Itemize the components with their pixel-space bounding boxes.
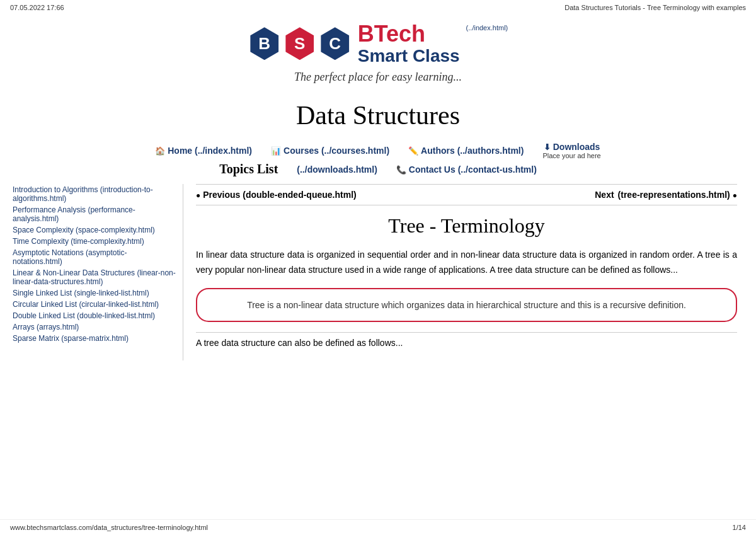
- logo-area: B S C BTech Smart Class (../index.html): [248, 21, 508, 66]
- brand-text: BTech Smart Class: [358, 21, 460, 66]
- list-item[interactable]: Asymptotic Notations (asymptotic-notatio…: [13, 247, 176, 267]
- logo-icons: B S C: [248, 27, 352, 60]
- highlight-box: Tree is a non-linear data structure whic…: [196, 288, 737, 322]
- contact-icon: [396, 164, 406, 175]
- top-bar: 07.05.2022 17:66 Data Structures Tutoria…: [0, 0, 756, 15]
- main-content: Introduction to Algorithms (introduction…: [0, 184, 756, 360]
- list-item[interactable]: Performance Analysis (performance-analys…: [13, 204, 176, 224]
- authors-icon: [408, 146, 418, 156]
- prev-link[interactable]: Previous (double-ended-queue.html): [196, 190, 357, 200]
- next-link-url: (tree-representations.html): [618, 190, 730, 200]
- highlight-text: Tree is a non-linear data structure whic…: [247, 300, 686, 310]
- downloads-icon: [544, 142, 551, 152]
- list-item[interactable]: Double Linked List (double-linked-list.h…: [13, 310, 176, 321]
- nav-row-1: Home (../index.html) Courses (../courses…: [155, 142, 601, 159]
- nav-contact[interactable]: Contact Us (../contact-us.html): [396, 164, 537, 175]
- footer-page: 1/14: [733, 524, 746, 531]
- list-item[interactable]: Arrays (arrays.html): [13, 321, 176, 333]
- list-item[interactable]: Space Complexity (space-complexity.html): [13, 224, 176, 236]
- sidebar-list: Introduction to Algorithms (introduction…: [13, 184, 176, 344]
- header: B S C BTech Smart Class (../index.html) …: [0, 15, 756, 88]
- datetime: 07.05.2022 17:66: [10, 4, 64, 11]
- list-item[interactable]: Single Linked List (single-linked-list.h…: [13, 287, 176, 299]
- nav-downloads-sub[interactable]: (../downloads.html): [297, 164, 377, 175]
- list-item[interactable]: Linear & Non-Linear Data Structures (lin…: [13, 267, 176, 287]
- article-body-1: In linear data structure data is organiz…: [196, 248, 737, 278]
- page-title: Data Structures: [0, 100, 756, 130]
- page-title-section: Data Structures: [0, 88, 756, 137]
- nav-downloads[interactable]: Downloads: [544, 142, 600, 152]
- sidebar: Introduction to Algorithms (introduction…: [6, 184, 183, 360]
- browser-page-title: Data Structures Tutorials - Tree Termino…: [564, 4, 746, 11]
- list-item[interactable]: Introduction to Algorithms (introduction…: [13, 184, 176, 204]
- list-item[interactable]: Sparse Matrix (sparse-matrix.html): [13, 333, 176, 344]
- home-icon: [155, 146, 165, 156]
- nav-row-2: Topics List (../downloads.html) Contact …: [219, 162, 537, 176]
- bottom-bar: www.btechsmartclass.com/data_structures/…: [0, 519, 756, 535]
- list-item[interactable]: Time Complexity (time-complexity.html): [13, 236, 176, 247]
- next-link[interactable]: Next (tree-representations.html): [595, 190, 737, 200]
- nav-downloads-col: Downloads Place your ad here: [542, 142, 600, 159]
- place-ad-text: Place your ad here: [542, 152, 600, 159]
- article-footer-text: A tree data structure can also be define…: [196, 332, 737, 348]
- index-link[interactable]: (../index.html): [466, 24, 508, 32]
- nav-area: Home (../index.html) Courses (../courses…: [0, 137, 756, 181]
- courses-icon: [271, 146, 281, 156]
- list-item[interactable]: Circular Linked List (circular-linked-li…: [13, 299, 176, 310]
- next-icon: [733, 190, 737, 200]
- topics-list-label: Topics List: [219, 162, 278, 176]
- tagline: The perfect place for easy learning...: [294, 71, 462, 84]
- logo-s-icon: S: [284, 27, 316, 60]
- nav-courses[interactable]: Courses (../courses.html): [271, 146, 389, 156]
- prev-icon: [196, 190, 200, 200]
- nav-home[interactable]: Home (../index.html): [155, 146, 252, 156]
- prev-next-nav: Previous (double-ended-queue.html) Next …: [196, 184, 737, 205]
- logo-c-icon: C: [319, 27, 352, 60]
- article-title: Tree - Terminology: [196, 214, 737, 238]
- content-area: Previous (double-ended-queue.html) Next …: [183, 184, 750, 360]
- footer-url: www.btechsmartclass.com/data_structures/…: [10, 524, 208, 531]
- nav-authors[interactable]: Authors (../authors.html): [408, 146, 524, 156]
- logo-b-icon: B: [248, 27, 281, 60]
